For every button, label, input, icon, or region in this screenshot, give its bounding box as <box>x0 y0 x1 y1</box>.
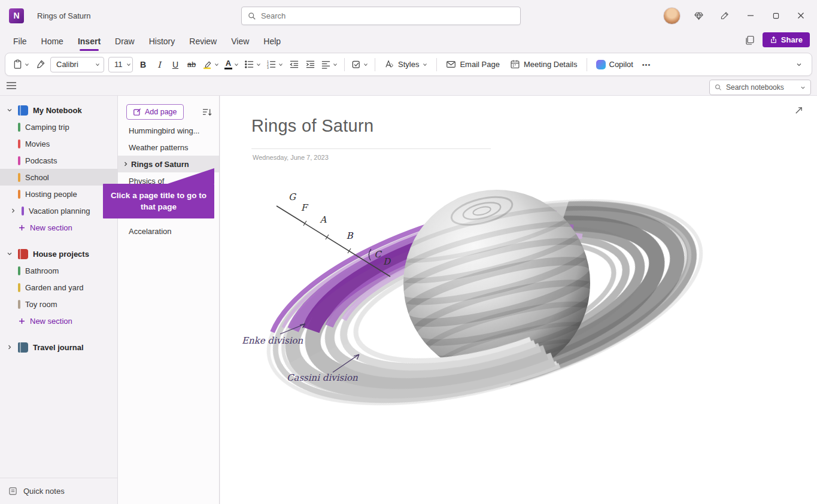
page-list-panel: Add page Hummingbird wing... Weather pat… <box>118 96 220 504</box>
page-list-item[interactable]: Weather patterns <box>118 139 219 156</box>
notebook-house-projects[interactable]: House projects <box>0 245 117 262</box>
font-color-button[interactable]: A <box>222 56 241 73</box>
nav-toggle-button[interactable] <box>6 81 17 90</box>
copilot-button[interactable]: Copilot <box>591 56 638 73</box>
share-button[interactable]: Share <box>763 32 810 47</box>
increase-indent-button[interactable] <box>302 56 318 73</box>
font-name-value: Calibri <box>56 60 78 69</box>
premium-button[interactable] <box>685 2 712 29</box>
tabs-right-actions: Share <box>745 32 810 47</box>
maximize-button[interactable] <box>763 2 788 29</box>
search-input[interactable] <box>261 11 514 20</box>
notebook-my-notebook[interactable]: My Notebook <box>0 102 117 119</box>
meeting-details-label: Meeting Details <box>524 60 578 69</box>
tab-insert[interactable]: Insert <box>71 31 108 51</box>
section-garden-and-yard[interactable]: Garden and yard <box>0 279 117 296</box>
page-list-item-selected[interactable]: Rings of Saturn <box>118 156 219 172</box>
quick-notes-button[interactable]: Quick notes <box>0 478 117 504</box>
font-size-select[interactable]: 11 <box>108 57 133 72</box>
page-canvas[interactable]: Rings of Saturn Wednesday, June 7, 2023 <box>220 96 817 504</box>
new-section-button[interactable]: New section <box>0 219 117 236</box>
section-color-icon <box>18 283 20 292</box>
section-toy-room[interactable]: Toy room <box>0 296 117 312</box>
tab-view[interactable]: View <box>224 31 256 51</box>
underline-button[interactable]: U <box>168 56 183 73</box>
section-name: Hosting people <box>25 190 77 199</box>
tab-review[interactable]: Review <box>182 31 224 51</box>
search-notebooks-dropdown[interactable]: Search notebooks <box>709 80 811 95</box>
more-options-button[interactable]: ••• <box>639 56 654 73</box>
chevron-right-icon <box>123 161 129 167</box>
chevron-down-icon <box>126 62 131 67</box>
section-hosting-people[interactable]: Hosting people <box>0 186 117 202</box>
ribbon-tabs: File Home Insert Draw History Review Vie… <box>0 31 817 51</box>
notebook-icon <box>18 342 28 353</box>
clipboard-icon <box>13 59 23 69</box>
section-podcasts[interactable]: Podcasts <box>0 152 117 169</box>
section-name: Vacation planning <box>29 207 90 215</box>
diamond-icon <box>694 11 704 21</box>
section-name: Garden and yard <box>25 283 84 292</box>
new-section-button[interactable]: New section <box>0 312 117 329</box>
alignment-button[interactable] <box>318 56 340 73</box>
search-box[interactable] <box>241 7 521 25</box>
tab-help[interactable]: Help <box>256 31 288 51</box>
bullet-list-button[interactable] <box>242 56 263 73</box>
ribbon-collapse-button[interactable] <box>791 56 807 73</box>
paste-button[interactable] <box>10 56 32 73</box>
notebook-name: House projects <box>33 250 89 259</box>
copilot-icon <box>596 60 606 69</box>
ring-label-c: C <box>374 249 382 260</box>
enke-division-label: Enke division <box>242 335 303 346</box>
decrease-indent-button[interactable] <box>286 56 302 73</box>
decrease-indent-icon <box>289 59 299 69</box>
tab-history[interactable]: History <box>142 31 183 51</box>
pen-mode-button[interactable] <box>712 2 738 29</box>
chevron-down-icon <box>234 62 239 67</box>
tab-file[interactable]: File <box>6 31 34 51</box>
strikethrough-button[interactable]: ab <box>184 56 199 73</box>
chevron-down-icon <box>6 251 13 257</box>
sort-pages-button[interactable] <box>202 108 212 117</box>
page-list-item[interactable]: Accelaration <box>118 223 219 239</box>
highlighter-button[interactable] <box>200 56 221 73</box>
chevron-right-icon <box>10 208 17 214</box>
tab-draw[interactable]: Draw <box>108 31 142 51</box>
highlighter-icon <box>202 59 212 69</box>
coachmark-text: Click a page title to go to that page <box>109 190 208 212</box>
plus-icon <box>19 224 25 231</box>
checkbox-icon <box>351 59 362 69</box>
full-page-view-button[interactable] <box>794 105 804 116</box>
italic-button[interactable]: I <box>151 56 167 73</box>
meeting-details-button[interactable]: Meeting Details <box>505 56 582 73</box>
format-painter-button[interactable] <box>32 56 48 73</box>
account-avatar[interactable] <box>663 7 681 25</box>
section-name: Movies <box>25 139 50 148</box>
new-section-label: New section <box>30 317 72 326</box>
email-page-button[interactable]: Email Page <box>441 56 504 73</box>
font-name-select[interactable]: Calibri <box>50 57 104 72</box>
section-bathroom[interactable]: Bathroom <box>0 262 117 279</box>
ribbon-layout-button[interactable] <box>745 35 755 45</box>
close-button[interactable] <box>788 2 813 29</box>
page-list-item[interactable]: Hummingbird wing... <box>118 122 219 139</box>
numbered-list-button[interactable]: 123 <box>264 56 286 73</box>
page-title-text: Accelaration <box>129 227 172 236</box>
todo-tag-button[interactable] <box>349 56 370 73</box>
section-school[interactable]: School <box>0 169 117 186</box>
section-movies[interactable]: Movies <box>0 135 117 152</box>
section-vacation-planning[interactable]: Vacation planning <box>0 202 117 219</box>
bullet-list-icon <box>244 59 254 69</box>
notebook-travel-journal[interactable]: Travel journal <box>0 339 117 356</box>
page-title[interactable]: Rings of Saturn <box>251 116 373 136</box>
add-page-button[interactable]: Add page <box>126 104 184 120</box>
minimize-button[interactable] <box>738 2 763 29</box>
tab-home[interactable]: Home <box>34 31 71 51</box>
hamburger-icon <box>6 81 17 90</box>
chevron-down-icon <box>278 62 283 67</box>
styles-button[interactable]: Styles <box>379 56 432 73</box>
bold-button[interactable]: B <box>135 56 151 73</box>
section-camping-trip[interactable]: Camping trip <box>0 119 117 135</box>
add-page-label: Add page <box>145 108 177 116</box>
notebook-icon <box>18 249 28 259</box>
